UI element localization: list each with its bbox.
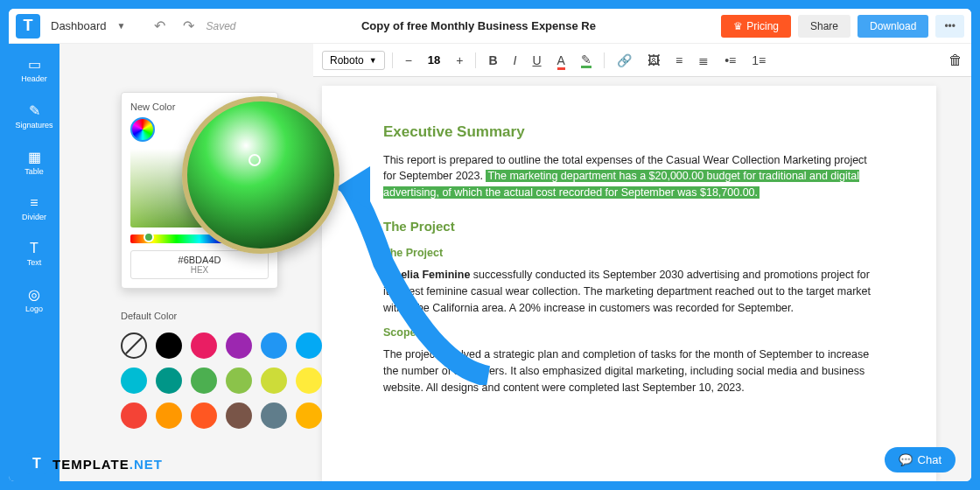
table-icon: ▦: [9, 149, 60, 165]
undo-icon[interactable]: ↶: [149, 16, 171, 36]
divider-icon: ≡: [9, 195, 60, 211]
sidebar-item-signatures[interactable]: ✎Signatures: [9, 99, 60, 133]
font-select[interactable]: Roboto▼: [322, 51, 385, 70]
color-swatch[interactable]: [226, 402, 252, 429]
trash-icon[interactable]: 🗑: [948, 52, 962, 68]
header-icon: ▭: [9, 56, 60, 73]
decrease-size[interactable]: −: [400, 50, 417, 71]
color-swatch[interactable]: [226, 368, 252, 394]
color-swatch[interactable]: [121, 402, 147, 429]
number-button[interactable]: 1≡: [746, 50, 771, 71]
sidebar: ▭Header ✎Signatures ▦Table ≡Divider TTex…: [9, 44, 60, 481]
color-swatch[interactable]: [261, 368, 287, 394]
sidebar-item-table[interactable]: ▦Table: [9, 145, 60, 179]
saved-status: Saved: [206, 20, 236, 32]
sidebar-item-logo[interactable]: ◎Logo: [9, 283, 60, 317]
color-swatch[interactable]: [156, 402, 182, 429]
image-button[interactable]: 🖼: [642, 50, 665, 71]
brand-badge: T TEMPLATE.NET: [26, 453, 163, 474]
bullet-button[interactable]: •≡: [719, 50, 741, 71]
swatch-grid: [121, 326, 322, 436]
sidebar-item-text[interactable]: TText: [9, 237, 60, 270]
chevron-down-icon: ▼: [369, 56, 377, 65]
increase-size[interactable]: +: [451, 50, 468, 71]
font-size[interactable]: 18: [423, 53, 445, 66]
color-swatch[interactable]: [191, 368, 217, 394]
hex-input[interactable]: #6BDA4D HEX: [130, 250, 269, 279]
color-swatch[interactable]: [156, 332, 182, 359]
color-swatch[interactable]: [191, 332, 217, 359]
redo-icon[interactable]: ↷: [178, 16, 200, 36]
pen-icon: ✎: [9, 102, 60, 119]
underline-button[interactable]: U: [527, 50, 546, 71]
chevron-down-icon[interactable]: ▼: [117, 21, 126, 31]
doc-title: Copy of free Monthly Business Expense Re: [243, 19, 715, 32]
align-button[interactable]: ≡: [670, 50, 688, 71]
crown-icon: ♛: [733, 20, 743, 32]
share-button[interactable]: Share: [798, 15, 850, 38]
dashboard-tab[interactable]: Dashboard: [47, 16, 110, 36]
default-color-label: Default Color: [121, 311, 177, 321]
app-logo[interactable]: T: [16, 14, 40, 38]
color-swatch[interactable]: [296, 332, 322, 359]
format-toolbar: Roboto▼ − 18 + B I U A ✎ 🔗 🖼 ≡ ≣ •≡ 1≡ 🗑: [313, 44, 971, 77]
heading-executive-summary: Executive Summary: [383, 121, 875, 144]
chat-icon: 💬: [899, 453, 913, 466]
color-swatch[interactable]: [261, 402, 287, 429]
color-swatch[interactable]: [296, 402, 322, 429]
chat-button[interactable]: 💬Chat: [885, 447, 956, 472]
italic-button[interactable]: I: [508, 50, 522, 71]
topbar: T Dashboard ▼ ↶ ↷ Saved Copy of free Mon…: [9, 9, 971, 44]
hue-handle[interactable]: [144, 232, 154, 242]
logo-icon: ◎: [9, 286, 60, 303]
more-button[interactable]: •••: [935, 15, 964, 38]
color-swatch[interactable]: [226, 332, 252, 359]
picker-cursor: [248, 154, 261, 166]
brand-icon: T: [26, 453, 47, 474]
bold-button[interactable]: B: [483, 50, 502, 71]
highlight-button[interactable]: ✎: [576, 49, 597, 72]
color-swatch[interactable]: [191, 402, 217, 429]
no-color-swatch[interactable]: [121, 332, 147, 359]
link-button[interactable]: 🔗: [612, 50, 637, 71]
text-icon: T: [9, 241, 60, 256]
list-button[interactable]: ≣: [693, 50, 714, 71]
arrow-annotation: [331, 158, 506, 385]
sidebar-item-divider[interactable]: ≡Divider: [9, 192, 60, 225]
color-wheel-icon[interactable]: [130, 117, 155, 142]
text-color-button[interactable]: A: [552, 50, 570, 71]
color-swatch[interactable]: [296, 368, 322, 394]
color-swatch[interactable]: [261, 332, 287, 359]
pricing-button[interactable]: ♛Pricing: [721, 15, 791, 38]
magnifier-overlay: [182, 96, 340, 254]
download-button[interactable]: Download: [858, 15, 928, 38]
color-swatch[interactable]: [156, 368, 182, 394]
color-swatch[interactable]: [121, 368, 147, 394]
sidebar-item-header[interactable]: ▭Header: [9, 52, 60, 87]
